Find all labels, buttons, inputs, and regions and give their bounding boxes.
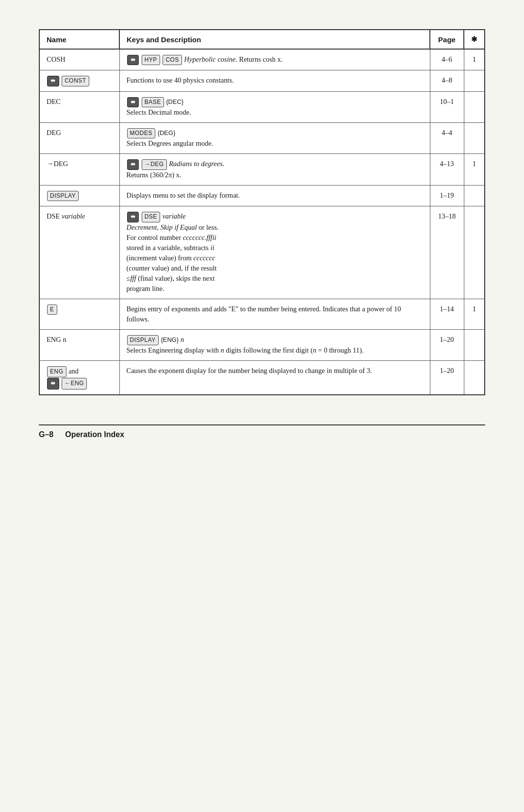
keys-cell-deg: MODES {DEG} Selects Degrees angular mode… bbox=[119, 123, 430, 154]
hyp-key: HYP bbox=[142, 55, 160, 65]
table-row: ⬌ CONST Functions to use 40 physics cons… bbox=[39, 70, 485, 91]
shift2-key: ⬌ bbox=[47, 76, 59, 86]
star-cell-deg bbox=[464, 123, 485, 154]
reference-table: Name Keys and Description Page ✱ COSH ⬌ … bbox=[39, 29, 485, 395]
dec-curly: {DEC} bbox=[166, 98, 183, 105]
shift3-key: ⬌ bbox=[127, 97, 139, 107]
page-cell-deg: 4–4 bbox=[430, 123, 464, 154]
e-key: E bbox=[47, 304, 57, 315]
star-cell-eng-and bbox=[464, 361, 485, 395]
table-row: E Begins entry of exponents and adds "E"… bbox=[39, 299, 485, 329]
shift6-key: ⬌ bbox=[47, 378, 59, 389]
table-row: ENG n DISPLAY {ENG} n Selects Engineerin… bbox=[39, 329, 485, 360]
name-cell-cosh: COSH bbox=[39, 49, 119, 70]
keys-cell-cosh: ⬌ HYP COS Hyperbolic cosine. Returns cos… bbox=[119, 49, 430, 70]
table-row: DSE variable ⬌ DSE variable Decrement, S… bbox=[39, 206, 485, 299]
table-row: COSH ⬌ HYP COS Hyperbolic cosine. Return… bbox=[39, 49, 485, 70]
const-key: CONST bbox=[62, 76, 89, 86]
star-cell-e: 1 bbox=[464, 299, 485, 329]
keys-cell-const: Functions to use 40 physics constants. bbox=[119, 70, 430, 91]
dse-key: DSE bbox=[142, 212, 160, 222]
shift5-key: ⬌ bbox=[127, 212, 139, 222]
keys-cell-todeg: ⬌ →DEG Radians to degrees. Returns (360/… bbox=[119, 154, 430, 185]
name-cell-eng-and: ENG and ⬌ ←ENG bbox=[39, 361, 119, 395]
table-row: ENG and ⬌ ←ENG Causes the exponent displ… bbox=[39, 361, 485, 395]
star-cell-engn bbox=[464, 329, 485, 360]
page-cell-dse: 13–18 bbox=[430, 206, 464, 299]
name-cell-dec: DEC bbox=[39, 91, 119, 122]
header-keys: Keys and Description bbox=[119, 30, 430, 49]
arrow-deg-key: →DEG bbox=[142, 159, 167, 169]
keys-cell-engn: DISPLAY {ENG} n Selects Engineering disp… bbox=[119, 329, 430, 360]
page-cell-engn: 1–20 bbox=[430, 329, 464, 360]
star-cell-dse bbox=[464, 206, 485, 299]
table-row: →DEG ⬌ →DEG Radians to degrees. Returns … bbox=[39, 154, 485, 185]
page-cell-const: 4–8 bbox=[430, 70, 464, 91]
star-cell-dec bbox=[464, 91, 485, 122]
name-cell-display: DISPLAY bbox=[39, 185, 119, 206]
modes-key: MODES bbox=[127, 128, 156, 138]
star-cell-cosh: 1 bbox=[464, 49, 485, 70]
shift4-key: ⬌ bbox=[127, 159, 139, 169]
page-cell-dec: 10–1 bbox=[430, 91, 464, 122]
page-cell-todeg: 4–13 bbox=[430, 154, 464, 185]
left-eng-key: ←ENG bbox=[62, 378, 87, 389]
keys-cell-dec: ⬌ BASE {DEC} Selects Decimal mode. bbox=[119, 91, 430, 122]
name-cell-deg: DEG bbox=[39, 123, 119, 154]
keys-cell-e: Begins entry of exponents and adds "E" t… bbox=[119, 299, 430, 329]
name-cell-engn: ENG n bbox=[39, 329, 119, 360]
header-star: ✱ bbox=[464, 30, 485, 49]
star-cell-const bbox=[464, 70, 485, 91]
table-row: DEG MODES {DEG} Selects Degrees angular … bbox=[39, 123, 485, 154]
header-name: Name bbox=[39, 30, 119, 49]
name-cell-e: E bbox=[39, 299, 119, 329]
deg-curly: {DEG} bbox=[158, 129, 176, 136]
page-cell-e: 1–14 bbox=[430, 299, 464, 329]
star-cell-display bbox=[464, 185, 485, 206]
eng-btn: ENG bbox=[47, 366, 66, 377]
keys-cell-dse: ⬌ DSE variable Decrement, Skip if Equal … bbox=[119, 206, 430, 299]
name-cell-const: ⬌ CONST bbox=[39, 70, 119, 91]
keys-cell-display: Displays menu to set the display format. bbox=[119, 185, 430, 206]
page-cell-display: 1–19 bbox=[430, 185, 464, 206]
page-cell-eng-and: 1–20 bbox=[430, 361, 464, 395]
footer: G–8 Operation Index bbox=[39, 424, 485, 439]
name-cell-todeg: →DEG bbox=[39, 154, 119, 185]
page-cell-cosh: 4–6 bbox=[430, 49, 464, 70]
page-content: Name Keys and Description Page ✱ COSH ⬌ … bbox=[39, 29, 485, 439]
table-row: DEC ⬌ BASE {DEC} Selects Decimal mode. 1… bbox=[39, 91, 485, 122]
table-row: DISPLAY Displays menu to set the display… bbox=[39, 185, 485, 206]
name-cell-dse: DSE variable bbox=[39, 206, 119, 299]
eng-curly: {ENG} bbox=[161, 336, 179, 343]
footer-page: G–8 bbox=[39, 430, 53, 439]
display-key: DISPLAY bbox=[47, 191, 79, 201]
footer-title: Operation Index bbox=[65, 430, 124, 439]
shift-key: ⬌ bbox=[127, 55, 139, 65]
keys-cell-eng-and: Causes the exponent display for the numb… bbox=[119, 361, 430, 395]
header-page: Page bbox=[430, 30, 464, 49]
base-key: BASE bbox=[142, 97, 164, 107]
cos-key: COS bbox=[163, 55, 182, 65]
display2-key: DISPLAY bbox=[127, 335, 159, 345]
star-cell-todeg: 1 bbox=[464, 154, 485, 185]
